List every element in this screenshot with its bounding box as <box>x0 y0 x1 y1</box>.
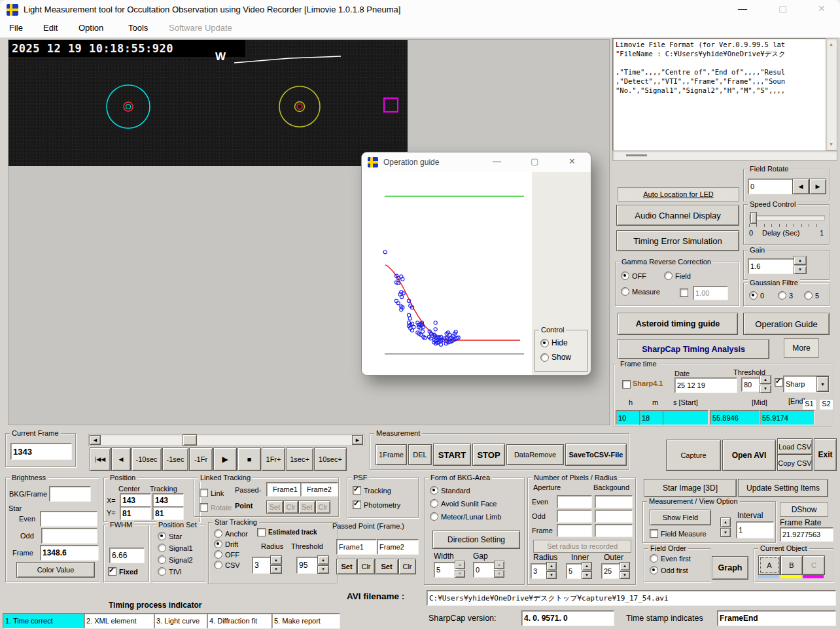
gap-spinner[interactable]: ▲▼ <box>494 561 504 578</box>
scroll-left-icon[interactable]: ◀ <box>90 435 101 445</box>
plus-1frame-button[interactable]: 1Fr+ <box>262 447 285 471</box>
odd-background-field[interactable] <box>595 510 633 523</box>
spin-down-icon[interactable]: ▼ <box>794 266 807 275</box>
x-center-field[interactable]: 143 <box>120 493 151 507</box>
menu-file[interactable]: File <box>9 23 23 33</box>
odd-first-radio[interactable]: Odd first <box>650 566 688 574</box>
timing-error-button[interactable]: Timing Error Simulation <box>616 230 739 251</box>
frame-aperture-field[interactable] <box>557 524 592 537</box>
log-hscrollbar[interactable] <box>612 150 837 161</box>
psf-photometry-checkbox[interactable]: Photometry <box>353 500 400 509</box>
link-checkbox[interactable]: Link <box>200 489 224 497</box>
dialog-maximize-button[interactable]: ▢ <box>531 156 538 166</box>
spin-down-icon[interactable]: ▼ <box>270 565 282 574</box>
dialog-minimize-button[interactable]: — <box>493 156 501 166</box>
x-tracking-field[interactable]: 143 <box>152 493 184 507</box>
threshold-spinner[interactable]: ▲▼ <box>760 375 771 393</box>
step-time-correct[interactable]: 1. Time correct <box>3 613 87 629</box>
rotate-left-button[interactable]: ◀ <box>792 179 809 194</box>
more-button[interactable]: More <box>784 338 819 358</box>
sharp-dropdown[interactable]: Sharp ▼ <box>783 376 830 393</box>
start-button[interactable]: START <box>433 444 471 466</box>
linked-set1-button[interactable]: Set <box>266 500 283 514</box>
y-center-field[interactable]: 81 <box>120 506 151 520</box>
stop-button[interactable]: STOP <box>472 444 505 466</box>
set-radius-button[interactable]: Set radius to recorded <box>533 540 631 553</box>
gamma-checkbox[interactable] <box>680 289 688 297</box>
current-frame-field[interactable]: 1343 <box>10 443 72 460</box>
play-button[interactable]: ▶ <box>213 447 237 471</box>
operation-guide-button[interactable]: Operation Guide <box>743 313 830 335</box>
audio-channel-button[interactable]: Audio Channel Display <box>616 205 739 226</box>
speed-slider-track[interactable] <box>749 215 825 220</box>
gain-value-field[interactable]: 1.6 <box>748 258 795 274</box>
gamma-field-radio[interactable]: Field <box>664 271 691 280</box>
auto-location-button[interactable]: Auto Location for LED <box>618 187 739 201</box>
copy-csv-button[interactable]: Copy CSV <box>777 455 813 471</box>
field-measure-checkbox[interactable]: Field Measure <box>650 529 707 538</box>
gamma-value-field[interactable]: 1.00 <box>693 286 728 300</box>
scroll-up-icon[interactable]: ▲ <box>829 42 833 46</box>
spin-up-icon[interactable]: ▲ <box>720 517 731 527</box>
odd-aperture-field[interactable] <box>557 510 592 523</box>
sharpcap-version-field[interactable]: 4. 0. 9571. 0 <box>521 610 614 626</box>
asteroid-timing-button[interactable]: Asteroid timing guide <box>618 313 738 335</box>
spin-down-icon[interactable]: ▼ <box>582 571 592 580</box>
fwhm-fixed-checkbox[interactable]: Fixed <box>108 567 138 576</box>
frame-scrollbar[interactable]: ◀ ▶ <box>88 434 364 446</box>
date-field[interactable]: 25 12 19 <box>674 377 737 393</box>
linked-frame1-box[interactable]: Frame1 <box>266 482 304 497</box>
sharpcap-timing-button[interactable]: SharpCap Timing Analysis <box>618 339 769 359</box>
step-diffraction-fit[interactable]: 4. Diffraction fit <box>207 613 275 629</box>
interval-spinner[interactable]: ▲▼ <box>720 517 731 537</box>
passed-set1-button[interactable]: Set <box>336 559 357 574</box>
spin-down-icon[interactable]: ▼ <box>620 571 630 580</box>
object-b-button[interactable]: B <box>780 555 803 575</box>
gaussian-5-radio[interactable]: 5 <box>804 291 819 300</box>
load-csv-button[interactable]: Load CSV <box>777 438 813 455</box>
linked-clr1-button[interactable]: Clr <box>283 500 298 514</box>
plus-1sec-button[interactable]: 1sec+ <box>286 447 313 471</box>
passed-clr2-button[interactable]: Clr <box>398 559 416 574</box>
log-vscrollbar[interactable]: ▲ ▼ <box>826 38 837 150</box>
star-frame-field[interactable]: 1348.6 <box>40 545 99 561</box>
width-spinner[interactable]: ▲▼ <box>455 561 465 578</box>
second-start-field[interactable] <box>663 410 709 425</box>
show-field-button[interactable]: Show Field <box>650 510 711 525</box>
object-a-button[interactable]: A <box>758 555 780 575</box>
scroll-thumb[interactable] <box>183 434 197 446</box>
passed-clr1-button[interactable]: Clr <box>357 559 375 574</box>
video-frame[interactable]: 2025 12 19 10:18:55:920 W <box>9 40 408 166</box>
menu-tools[interactable]: Tools <box>128 23 148 33</box>
data-remove-button[interactable]: DataRemove <box>506 444 564 465</box>
step-make-report[interactable]: 5. Make report <box>271 613 340 629</box>
spin-up-icon[interactable]: ▲ <box>270 555 282 565</box>
interval-field[interactable]: 1 <box>736 521 774 538</box>
hour-field[interactable]: 10 <box>616 410 642 425</box>
spin-up-icon[interactable]: ▲ <box>620 562 630 570</box>
gain-spinner[interactable]: ▲▼ <box>794 256 807 274</box>
scroll-right-icon[interactable]: ▶ <box>352 435 363 445</box>
posset-star-radio[interactable]: Star <box>158 532 182 540</box>
even-first-radio[interactable]: Even first <box>650 554 691 563</box>
spin-down-icon[interactable]: ▼ <box>720 528 731 538</box>
minute-field[interactable]: 18 <box>639 410 665 425</box>
psf-tracking-checkbox[interactable]: Tracking <box>353 486 391 495</box>
scroll-down-icon[interactable]: ▼ <box>829 142 833 147</box>
update-settings-button[interactable]: Update Setting Items <box>738 479 828 497</box>
posset-tivi-radio[interactable]: TIVi <box>158 567 181 576</box>
linked-set2-button[interactable]: Set <box>298 500 315 514</box>
linked-frame2-box[interactable]: Frame2 <box>300 482 338 497</box>
del-button[interactable]: DEL <box>408 444 432 465</box>
spin-down-icon[interactable]: ▼ <box>760 385 771 394</box>
inner-spinner[interactable]: ▲▼ <box>582 562 592 579</box>
open-avi-button[interactable]: Open AVI <box>722 440 776 471</box>
anchor-radio[interactable]: Anchor <box>214 529 248 538</box>
threshold-spinner2[interactable]: ▲▼ <box>317 555 329 574</box>
sharp-checkbox[interactable] <box>775 378 783 387</box>
dialog-title-bar[interactable]: Operation guide — ▢ ✕ <box>362 152 591 172</box>
spin-up-icon[interactable]: ▲ <box>582 562 592 570</box>
log-textarea[interactable]: Limovie File Format (for Ver.0.9.99.5 la… <box>612 38 832 153</box>
frame-background-field[interactable] <box>595 524 633 537</box>
menu-software-update[interactable]: Software Update <box>169 23 232 33</box>
